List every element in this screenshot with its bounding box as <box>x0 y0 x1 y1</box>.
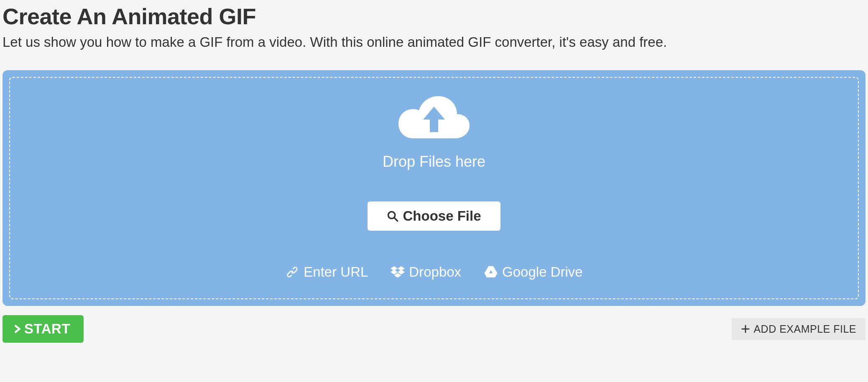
chevron-right-icon <box>13 323 22 335</box>
enter-url-option[interactable]: Enter URL <box>285 264 368 280</box>
link-icon <box>285 265 299 279</box>
google-drive-option[interactable]: Google Drive <box>484 264 583 280</box>
start-label: START <box>24 321 70 337</box>
footer-actions: START ADD EXAMPLE FILE <box>3 315 865 343</box>
cloud-upload-icon <box>396 91 472 145</box>
add-example-file-button[interactable]: ADD EXAMPLE FILE <box>732 318 865 340</box>
dropzone-inner: Drop Files here Choose File Enter URL <box>9 77 859 299</box>
dropbox-label: Dropbox <box>409 264 461 280</box>
add-example-label: ADD EXAMPLE FILE <box>753 323 856 335</box>
file-dropzone[interactable]: Drop Files here Choose File Enter URL <box>3 70 865 306</box>
source-options: Enter URL Dropbox Google Drive <box>285 264 582 280</box>
start-button[interactable]: START <box>3 315 84 343</box>
google-drive-label: Google Drive <box>502 264 583 280</box>
page-title: Create An Animated GIF <box>3 3 865 29</box>
choose-file-label: Choose File <box>403 208 481 224</box>
google-drive-icon <box>484 265 498 279</box>
svg-line-1 <box>394 218 398 221</box>
dropbox-icon <box>391 265 405 279</box>
enter-url-label: Enter URL <box>304 264 368 280</box>
page-subtitle: Let us show you how to make a GIF from a… <box>3 34 865 50</box>
drop-text: Drop Files here <box>383 153 485 171</box>
dropbox-option[interactable]: Dropbox <box>391 264 461 280</box>
plus-icon <box>741 324 750 334</box>
search-icon <box>387 210 398 222</box>
choose-file-button[interactable]: Choose File <box>368 201 500 231</box>
